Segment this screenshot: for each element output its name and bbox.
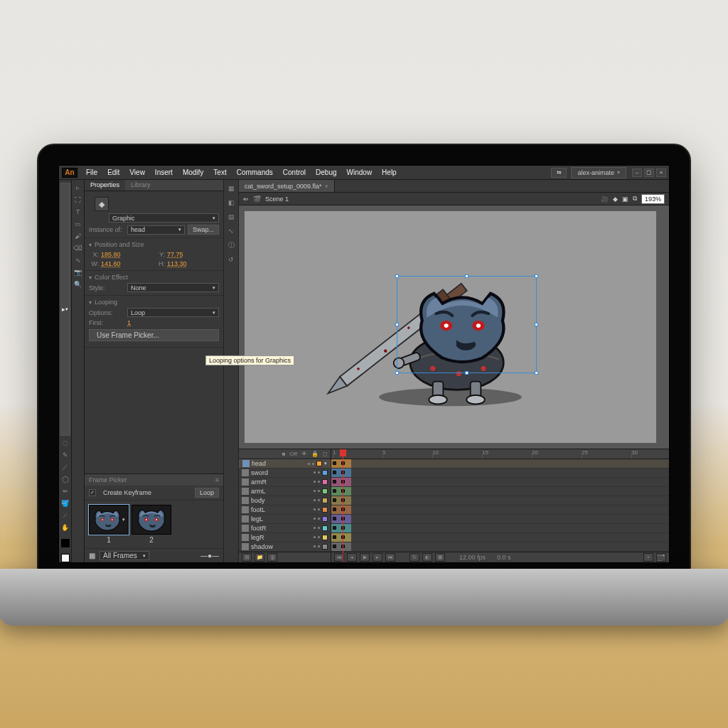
menu-text[interactable]: Text xyxy=(209,166,230,178)
frame-thumb-1[interactable]: 1 xyxy=(89,505,129,544)
goto-last-icon[interactable]: ⏭ xyxy=(385,553,395,562)
track-legL[interactable] xyxy=(331,515,669,524)
layer-legR[interactable]: legR xyxy=(239,533,331,542)
use-frame-picker-button[interactable]: Use Frame Picker... xyxy=(89,329,219,341)
frame-picker-loop-button[interactable]: Loop xyxy=(195,488,219,498)
track-armL[interactable] xyxy=(331,487,669,496)
play-icon[interactable]: ▶ xyxy=(360,553,370,562)
hand-tool-icon[interactable]: ✋ xyxy=(60,523,70,532)
panel-menu-icon[interactable]: ≡ xyxy=(215,476,219,483)
camera-tool-icon[interactable]: 📷 xyxy=(73,267,83,277)
menu-help[interactable]: Help xyxy=(378,166,401,178)
instance-type-select[interactable]: Graphic xyxy=(109,213,219,223)
clip-icon[interactable]: ⧉ xyxy=(633,195,637,203)
center-frame-icon[interactable]: ⌖ xyxy=(643,553,653,562)
swap-button[interactable]: Swap... xyxy=(188,225,219,235)
menu-file[interactable]: File xyxy=(82,166,102,178)
playhead[interactable] xyxy=(343,449,343,562)
eyedrop-tool-icon[interactable]: ∿ xyxy=(73,255,83,265)
layer-head[interactable]: head xyxy=(239,459,331,469)
section-color-effect[interactable]: Color Effect xyxy=(89,274,219,281)
thumb-size-icon[interactable]: ▦ xyxy=(89,552,95,560)
close-button[interactable]: × xyxy=(656,168,666,177)
lock-column-icon[interactable]: 🔒 xyxy=(311,451,318,457)
bucket-tool-icon[interactable]: 🪣 xyxy=(60,498,70,508)
h-value[interactable]: 113.30 xyxy=(167,260,219,267)
loop-playback-icon[interactable]: ↻ xyxy=(410,553,419,562)
tab-properties[interactable]: Properties xyxy=(85,180,125,191)
layer-legL[interactable]: legL xyxy=(239,515,331,524)
minimize-button[interactable]: – xyxy=(632,168,642,177)
section-position-size[interactable]: Position and Size xyxy=(89,241,219,248)
bone-tool-icon[interactable]: ⟋ xyxy=(60,510,70,520)
layer-armR[interactable]: armR xyxy=(239,478,331,487)
timeline-zoom-icon[interactable]: —●— xyxy=(656,553,666,562)
frame-thumb-2[interactable]: 2 xyxy=(132,505,171,544)
transform-panel-icon[interactable]: ⤡ xyxy=(225,225,237,237)
history-panel-icon[interactable]: ↺ xyxy=(225,254,237,265)
edit-multiple-icon[interactable]: ▦ xyxy=(435,553,445,562)
layer-armL[interactable]: armL xyxy=(239,487,331,496)
oval-tool-icon[interactable]: ◯ xyxy=(60,474,70,484)
layer-footL[interactable]: footL xyxy=(239,505,331,515)
brush-tool-icon[interactable]: 🖌 xyxy=(73,231,83,241)
layer-footR[interactable]: footR xyxy=(239,524,331,533)
y-value[interactable]: 77.75 xyxy=(167,251,219,258)
color-panel-icon[interactable]: ◧ xyxy=(225,197,237,208)
new-layer-icon[interactable]: ▤ xyxy=(242,553,252,562)
track-footL[interactable] xyxy=(331,505,669,515)
text-tool-icon[interactable]: T xyxy=(73,207,83,217)
zoom-field[interactable]: 193% xyxy=(641,194,665,204)
align-panel-icon[interactable]: ▦ xyxy=(225,183,237,194)
menu-edit[interactable]: Edit xyxy=(103,166,124,178)
menu-control[interactable]: Control xyxy=(279,166,310,178)
tab-library[interactable]: Library xyxy=(125,180,156,191)
zoom-tool-icon[interactable]: 🔍 xyxy=(73,279,83,289)
selection-tool-icon[interactable]: ▸ xyxy=(60,183,70,436)
frame-filter-select[interactable]: All Frames xyxy=(100,551,149,560)
lasso-tool-icon[interactable]: ◌ xyxy=(60,438,70,448)
layer-sword[interactable]: sword xyxy=(239,469,331,478)
outline-column-icon[interactable]: ◻ xyxy=(323,451,328,457)
layer-shadow[interactable]: shadow xyxy=(239,542,331,552)
instance-name-field[interactable]: head xyxy=(127,225,185,235)
swatches-panel-icon[interactable]: ▤ xyxy=(225,211,237,223)
menu-view[interactable]: View xyxy=(125,166,149,178)
step-back-icon[interactable]: ◂ xyxy=(347,553,357,562)
loop-options-select[interactable]: Loop xyxy=(127,308,219,317)
fit-icon[interactable]: ▣ xyxy=(622,196,628,203)
step-fwd-icon[interactable]: ▸ xyxy=(373,553,382,562)
onion-skin-icon[interactable]: ◐ xyxy=(422,553,432,562)
track-legR[interactable] xyxy=(331,533,669,542)
line-tool-icon[interactable]: ／ xyxy=(60,462,70,472)
edit-symbol-icon[interactable]: ◆ xyxy=(613,196,618,203)
scene-back-icon[interactable]: ⇐ xyxy=(243,196,249,203)
track-body[interactable] xyxy=(331,496,669,505)
maximize-button[interactable]: ▢ xyxy=(644,168,654,177)
x-value[interactable]: 185.80 xyxy=(101,251,153,258)
workspace-switcher[interactable]: alex-animate xyxy=(571,167,626,178)
visibility-column-icon[interactable]: 👁 xyxy=(301,451,307,457)
menu-commands[interactable]: Commands xyxy=(232,166,277,178)
sync-icon[interactable]: ⇆ xyxy=(551,168,567,178)
pencil-tool-icon[interactable]: ✏ xyxy=(60,486,70,496)
w-value[interactable]: 141.60 xyxy=(101,260,153,267)
info-panel-icon[interactable]: ⓘ xyxy=(225,240,237,251)
fill-swatch[interactable] xyxy=(61,554,70,562)
transform-tool-icon[interactable]: ⛶ xyxy=(73,195,83,205)
loop-first-value[interactable]: 1 xyxy=(127,319,131,326)
layer-body[interactable]: body xyxy=(239,496,331,505)
track-armR[interactable] xyxy=(331,478,669,487)
thumb-slider-icon[interactable]: —●— xyxy=(200,552,219,560)
menu-window[interactable]: Window xyxy=(343,166,377,178)
track-shadow[interactable] xyxy=(331,542,669,552)
selection-bounds[interactable] xyxy=(397,276,537,373)
edit-scene-icon[interactable]: 🎥 xyxy=(601,196,609,203)
menu-modify[interactable]: Modify xyxy=(178,166,208,178)
stage[interactable] xyxy=(245,211,656,443)
stroke-swatch[interactable] xyxy=(61,539,70,547)
scene-name[interactable]: Scene 1 xyxy=(265,196,289,203)
new-folder-icon[interactable]: 📁 xyxy=(255,553,264,562)
delete-layer-icon[interactable]: 🗑 xyxy=(267,553,277,562)
subselect-tool-icon[interactable]: ▹ xyxy=(73,183,83,193)
